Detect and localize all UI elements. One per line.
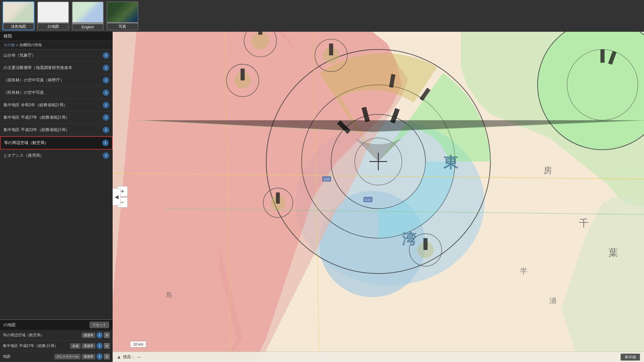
svg-rect-24: [329, 44, 333, 55]
svg-rect-18: [258, 32, 262, 35]
layer-name-layer6: 集中地区 平成27年（総務省統計局）: [3, 115, 70, 120]
info-btn-layer8[interactable]: i: [102, 140, 109, 146]
info-btn-layer3[interactable]: i: [103, 77, 109, 83]
breadcrumb-current: 他機関の情報: [19, 42, 42, 48]
active-info-btn-active2[interactable]: i: [96, 343, 103, 349]
layer-name-layer2: の主要活断層帯（地震調査研究推進本: [3, 65, 72, 70]
layer-name-layer4: （民有林）の空中写真: [3, 90, 44, 95]
active-info-btn-active3[interactable]: i: [96, 353, 103, 360]
info-btn-layer7[interactable]: i: [103, 127, 109, 133]
reset-button[interactable]: リセット: [90, 322, 109, 328]
map-area[interactable]: 東 湾: [113, 32, 644, 362]
layer-item-layer8[interactable]: 等の周辺空域（航空局） i: [0, 136, 113, 150]
top-bar: 淡色地図 白地図 English 写真: [0, 0, 644, 32]
svg-rect-28: [600, 49, 604, 63]
btn-label-tansyoku: 淡色地図: [3, 23, 34, 30]
layer-name-layer3: （国有林）の空中写真（林野庁）: [3, 78, 64, 83]
elevation-value: ---: [137, 355, 141, 359]
layer-item-layer4[interactable]: （民有林）の空中写真 i: [0, 87, 113, 99]
active-layer-active1: 等の周辺空域（航空局） 透過率 i ×: [0, 330, 113, 341]
control-btn-active2-透過率[interactable]: 透過率: [82, 343, 95, 349]
svg-text:房: 房: [544, 166, 552, 175]
svg-rect-32: [276, 193, 280, 204]
active-info-btn-active1[interactable]: i: [96, 332, 103, 338]
active-layer-active3: 地図 グレースケール透過率 i ×: [0, 351, 113, 362]
svg-text:島: 島: [166, 291, 172, 298]
layer-name-layer8: 等の周辺空域（航空局）: [4, 140, 49, 145]
layer-item-layer2[interactable]: の主要活断層帯（地震調査研究推進本 i: [0, 62, 113, 74]
info-btn-layer2[interactable]: i: [103, 65, 109, 71]
info-btn-layer6[interactable]: i: [103, 114, 109, 121]
control-btn-active2-合成[interactable]: 合成: [70, 343, 81, 349]
active-layer-name-active1: 等の周辺空域（航空局）: [3, 333, 81, 338]
map-type-btn-haku[interactable]: 白地図: [37, 1, 69, 30]
svg-text:東: 東: [443, 154, 459, 171]
btn-label-photo: 写真: [107, 23, 138, 30]
layer-name-layer5: 集中地区 令和2年（総務省統計局）: [3, 102, 68, 108]
section-title: 種類: [0, 32, 113, 41]
btn-preview-tansyoku: [3, 2, 34, 22]
layer-item-layer6[interactable]: 集中地区 平成27年（総務省統計局） i: [0, 111, 113, 124]
close-btn-active3[interactable]: ×: [104, 354, 110, 359]
close-btn-active2[interactable]: ×: [104, 343, 110, 349]
scale-label: 10 km: [133, 342, 143, 346]
control-btn-active3-グレースケール[interactable]: グレースケール: [54, 354, 81, 359]
compass-icon: ▲: [117, 354, 121, 360]
breadcrumb: その他 > 他機関の情報: [0, 41, 113, 49]
control-btn-active3-透過率[interactable]: 透過率: [82, 354, 95, 359]
btn-label-haku: 白地図: [38, 23, 68, 30]
layer-name-layer7: 集中地区 平成22年（総務省統計局）: [3, 127, 70, 133]
elevation-label: 標高：: [123, 354, 135, 360]
main-layout: 種類 その他 > 他機関の情報 山分布（気象庁） i の主要活断層帯（地震調査研…: [0, 32, 644, 362]
active-layer-name-active3: 地図: [3, 354, 53, 359]
active-layers-title: の地図: [3, 322, 16, 328]
info-btn-layer9[interactable]: i: [103, 152, 109, 159]
svg-text:千: 千: [579, 218, 589, 228]
status-bar: ▲ 標高： --- 表示値: [113, 352, 644, 362]
layer-item-layer3[interactable]: （国有林）の空中写真（林野庁） i: [0, 74, 113, 87]
btn-preview-haku: [38, 2, 68, 22]
svg-text:E10: E10: [365, 198, 371, 201]
svg-text:E10: E10: [324, 178, 330, 181]
breadcrumb-parent[interactable]: その他: [3, 42, 15, 48]
layer-list: 山分布（気象庁） i の主要活断層帯（地震調査研究推進本 i （国有林）の空中写…: [0, 49, 113, 319]
active-layer-active2: 集中地区 平成27年（総務 計局） 合成透過率 i ×: [0, 341, 113, 351]
btn-preview-photo: [107, 2, 138, 22]
btn-preview-english: [72, 2, 103, 22]
layer-item-layer9[interactable]: とオアシス（港湾局） i: [0, 150, 113, 162]
info-btn-layer5[interactable]: i: [103, 102, 109, 108]
active-layer-list: 等の周辺空域（航空局） 透過率 i × 集中地区 平成27年（総務 計局） 合成…: [0, 330, 113, 362]
layer-name-layer1: 山分布（気象庁）: [3, 53, 36, 58]
info-btn-layer1[interactable]: i: [103, 52, 109, 59]
collapse-button[interactable]: ◀: [113, 188, 121, 206]
map-svg: 東 湾: [113, 32, 644, 362]
elevation-display: ▲ 標高： ---: [117, 354, 141, 360]
svg-text:半: 半: [520, 267, 528, 275]
svg-text:湾: 湾: [402, 231, 417, 247]
map-type-btn-photo[interactable]: 写真: [107, 1, 138, 30]
active-layer-name-active2: 集中地区 平成27年（総務 計局）: [3, 343, 69, 348]
layer-name-layer9: とオアシス（港湾局）: [3, 153, 44, 158]
svg-rect-21: [241, 69, 245, 81]
sidebar: 種類 その他 > 他機関の情報 山分布（気象庁） i の主要活断層帯（地震調査研…: [0, 32, 113, 362]
active-layers-header: の地図 リセット: [0, 319, 113, 330]
map-type-btn-english[interactable]: English: [72, 1, 104, 30]
layer-item-layer1[interactable]: 山分布（気象庁） i: [0, 49, 113, 62]
svg-text:浦: 浦: [549, 297, 556, 305]
svg-rect-35: [423, 238, 427, 250]
layer-item-layer7[interactable]: 集中地区 平成22年（総務省統計局） i: [0, 124, 113, 136]
close-btn-active1[interactable]: ×: [104, 332, 110, 338]
scale-bar: 10 km: [130, 341, 146, 348]
layer-item-layer5[interactable]: 集中地区 令和2年（総務省統計局） i: [0, 99, 113, 111]
info-btn-layer4[interactable]: i: [103, 89, 109, 96]
control-btn-active1-透過率[interactable]: 透過率: [82, 333, 95, 338]
svg-text:葉: 葉: [608, 247, 618, 258]
display-value-button[interactable]: 表示値: [621, 354, 640, 361]
map-type-btn-tansyoku[interactable]: 淡色地図: [3, 1, 34, 30]
btn-label-english: English: [72, 24, 103, 30]
